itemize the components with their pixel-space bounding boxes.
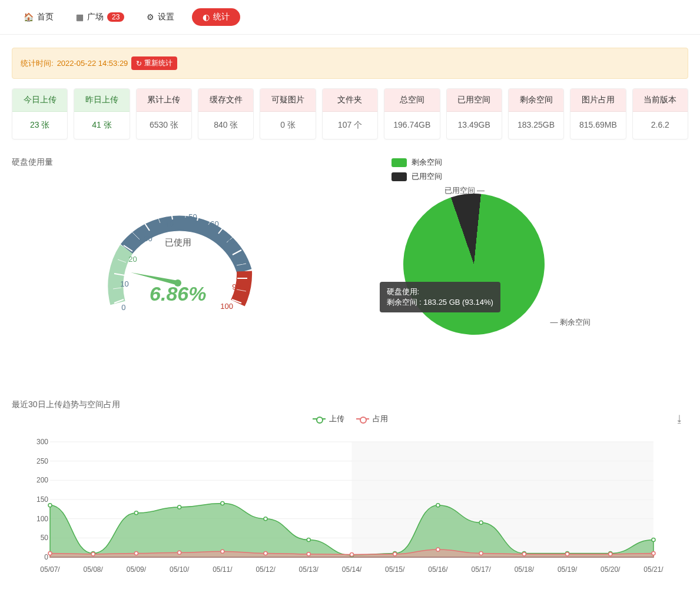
stat-card-value: 196.74GB (384, 112, 439, 138)
stat-card-title: 昨日上传 (74, 89, 129, 112)
trend-title: 最近30日上传趋势与空间占用 (12, 399, 688, 410)
svg-point-34 (264, 517, 267, 521)
trend-y-tick: 100 (37, 515, 48, 523)
stat-card: 昨日上传41 张 (74, 88, 130, 139)
home-icon: 🏠 (24, 12, 34, 22)
trend-y-tick: 200 (37, 476, 48, 484)
nav-settings-label: 设置 (158, 12, 174, 22)
trend-svg (12, 436, 659, 571)
stat-card: 累计上传6530 张 (136, 88, 192, 139)
svg-point-31 (134, 511, 138, 515)
svg-point-47 (178, 551, 181, 554)
stat-card-value: 41 张 (74, 112, 129, 139)
trend-legend: .trend-legend .mk:nth-child(1) .dot::aft… (12, 414, 688, 424)
nav-plaza[interactable]: ▦ 广场 23 (71, 8, 129, 26)
svg-point-55 (522, 552, 526, 556)
pie-tooltip: 硬盘使用: 剩余空间 : 183.25 GB (93.14%) (380, 282, 500, 312)
alert-time: 2022-05-22 14:53:29 (57, 59, 128, 68)
stat-card-title: 图片占用 (570, 89, 625, 112)
pie-legend-free[interactable]: 剩余空间 (392, 157, 442, 168)
legend-swatch-free (392, 158, 407, 167)
pie-tooltip-title: 硬盘使用: (387, 287, 493, 297)
svg-point-43 (652, 538, 655, 542)
trend-y-tick: 300 (37, 438, 48, 446)
stat-card: 剩余空间183.25GB (508, 88, 564, 139)
trend-x-tick: 05/08/ (84, 565, 103, 574)
refresh-stats-button[interactable]: ↻ 重新统计 (131, 56, 177, 70)
trend-x-tick: 05/14/ (342, 565, 361, 574)
nav-home[interactable]: 🏠 首页 (19, 8, 58, 26)
stat-card: 总空间196.74GB (384, 88, 440, 139)
pie-label-free: — 剩余空间 (550, 317, 591, 328)
gauge-title: 硬盘使用量 (12, 157, 344, 168)
trend-x-tick: 05/15/ (385, 565, 404, 574)
refresh-label: 重新统计 (144, 58, 172, 68)
gauge-tick-40: 40 (165, 219, 173, 228)
svg-point-56 (566, 552, 569, 556)
pie-legend-used[interactable]: 已用空间 (392, 171, 442, 182)
svg-point-38 (436, 504, 440, 507)
download-icon[interactable]: ⭳ (675, 414, 685, 425)
stat-card-title: 文件夹 (323, 89, 377, 112)
stat-card-value: 815.69MB (570, 112, 625, 138)
stat-card: 文件夹107 个 (322, 88, 378, 139)
trend-y-tick: 50 (41, 534, 48, 542)
gauge-tick-20: 20 (128, 255, 137, 264)
grid-icon: ▦ (76, 12, 84, 22)
svg-point-29 (48, 504, 52, 507)
stat-card: 已用空间13.49GB (446, 88, 502, 139)
gauge-svg (95, 185, 260, 327)
svg-point-57 (609, 552, 612, 556)
trend-x-tick: 05/20/ (601, 565, 620, 574)
trend-x-tick: 05/10/ (170, 565, 189, 574)
trend-chart: 05010015020025030005/07/05/08/05/09/05/1… (12, 436, 659, 571)
plaza-badge: 23 (107, 12, 124, 22)
stat-card-value: 23 张 (12, 112, 67, 139)
trend-x-tick: 05/09/ (127, 565, 146, 574)
stat-card: 图片占用815.69MB (570, 88, 626, 139)
svg-point-44 (48, 551, 52, 555)
svg-point-53 (436, 548, 440, 551)
stat-card-title: 缓存文件 (198, 89, 253, 112)
stat-card-title: 已用空间 (447, 89, 502, 112)
svg-point-58 (652, 551, 655, 555)
stat-card: 当前版本2.6.2 (632, 88, 688, 139)
nav-stats[interactable]: ◐ 统计 (192, 8, 240, 26)
stat-card: 今日上传23 张 (12, 88, 68, 139)
gauge-tick-90: 90 (232, 282, 240, 291)
trend-legend-upload[interactable]: .trend-legend .mk:nth-child(1) .dot::aft… (313, 414, 344, 424)
nav-settings[interactable]: ⚙ 设置 (142, 8, 179, 26)
trend-y-tick: 250 (37, 457, 48, 465)
svg-point-49 (264, 551, 267, 555)
stat-cards-row: 今日上传23 张昨日上传41 张累计上传6530 张缓存文件840 张可疑图片0… (0, 88, 700, 139)
stat-card-title: 累计上传 (137, 89, 191, 112)
legend-label-used: 已用空间 (412, 171, 442, 182)
trend-legend-space[interactable]: .trend-legend .mk:nth-child(2) .dot::aft… (356, 414, 388, 424)
trend-y-tick: 150 (37, 495, 48, 504)
svg-point-33 (221, 502, 224, 505)
trend-x-tick: 05/11/ (213, 565, 232, 574)
svg-point-39 (479, 521, 483, 524)
gauge-tick-30: 30 (144, 234, 152, 243)
stat-card-value: 840 张 (198, 112, 253, 139)
nav-stats-label: 统计 (213, 12, 230, 22)
gauge-tick-10: 10 (120, 279, 128, 288)
trend-x-tick: 05/12/ (256, 565, 275, 574)
gauge-tick-60: 60 (210, 219, 218, 228)
nav-plaza-label: 广场 (87, 12, 104, 22)
svg-point-50 (307, 552, 310, 556)
svg-point-45 (91, 552, 95, 556)
gauge-tick-70: 70 (226, 237, 234, 246)
pie-label-used: 已用空间 — (444, 185, 485, 196)
stats-time-alert: 统计时间:2022-05-22 14:53:29 ↻ 重新统计 (12, 48, 688, 79)
svg-point-51 (350, 552, 354, 556)
pie-legend: 剩余空间 已用空间 (392, 157, 689, 182)
gauge-tick-0: 0 (121, 303, 125, 312)
svg-point-35 (307, 538, 310, 542)
trend-x-tick: 05/21/ (643, 565, 663, 574)
trend-x-tick: 05/19/ (558, 565, 577, 574)
pie-chart: 剩余空间 已用空间 已用空间 — — 剩余空间 硬盘使用: 剩余空间 : 183… (356, 157, 689, 370)
trend-x-tick: 05/07/ (40, 565, 59, 574)
gauge-tick-50: 50 (188, 212, 197, 221)
legend-label-free: 剩余空间 (412, 157, 442, 168)
